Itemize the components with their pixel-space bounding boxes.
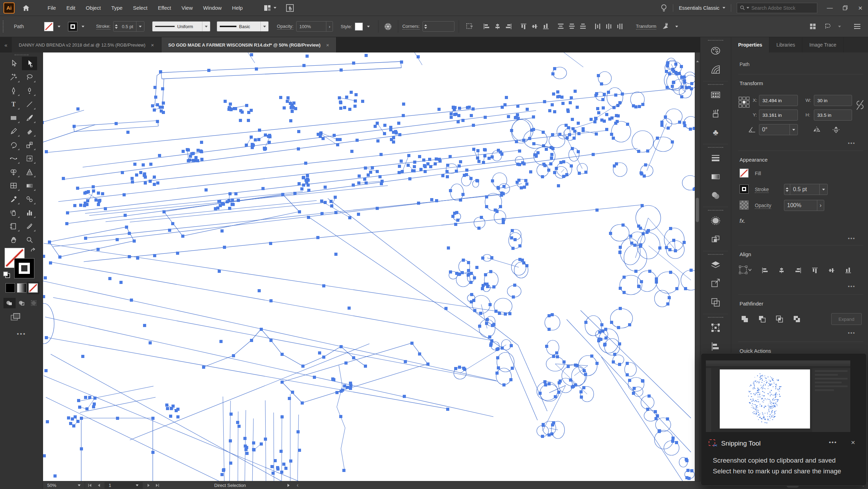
stroke-weight-label[interactable]: Stroke:: [96, 24, 110, 30]
vertical-scrollbar-thumb[interactable]: [696, 198, 699, 222]
curvature-tool[interactable]: [22, 84, 37, 97]
paintbrush-tool[interactable]: [22, 111, 37, 124]
stepper-icon[interactable]: [784, 184, 790, 195]
panel-grip[interactable]: [3, 21, 5, 32]
home-icon[interactable]: [22, 4, 30, 12]
rotation-select[interactable]: 0°: [759, 124, 798, 135]
brushes-icon[interactable]: [700, 104, 731, 123]
search-input[interactable]: [737, 3, 817, 13]
transform-link-label[interactable]: Transform: [636, 24, 657, 30]
stepper-icon[interactable]: [423, 22, 428, 31]
collapse-panel-icon[interactable]: «: [0, 37, 12, 52]
lasso-tool[interactable]: [22, 70, 37, 84]
eyedropper-tool[interactable]: [6, 192, 21, 206]
panel-grip[interactable]: [708, 147, 723, 148]
menu-select[interactable]: Select: [128, 0, 153, 16]
swap-fill-stroke-icon[interactable]: [30, 247, 37, 255]
corners-label[interactable]: Corners:: [402, 24, 420, 30]
align-top-button[interactable]: [810, 266, 819, 275]
tab-image-trace[interactable]: Image Trace: [802, 37, 844, 52]
tab-libraries[interactable]: Libraries: [769, 37, 802, 52]
status-expand-icon[interactable]: [284, 483, 293, 487]
width-tool[interactable]: [6, 152, 21, 165]
distribute-top-icon[interactable]: [556, 22, 565, 31]
type-tool[interactable]: T: [6, 97, 21, 111]
opacity-swatch[interactable]: [740, 201, 749, 210]
flip-horizontal-icon[interactable]: [812, 125, 821, 135]
more-tools-icon[interactable]: •••: [0, 331, 43, 337]
menu-help[interactable]: Help: [227, 0, 248, 16]
draw-normal-button[interactable]: [3, 298, 16, 308]
menu-view[interactable]: View: [176, 0, 198, 16]
align-right-icon[interactable]: [504, 22, 513, 31]
direct-selection-tool[interactable]: [22, 57, 37, 70]
reference-point-icon[interactable]: [737, 96, 751, 110]
distribute-center-v-icon[interactable]: [567, 22, 576, 31]
pathfinder-unite-button[interactable]: [740, 314, 750, 324]
hand-tool[interactable]: [6, 233, 21, 246]
chevron-right-icon[interactable]: ›: [817, 200, 824, 211]
stroke-swatch[interactable]: [68, 22, 77, 31]
screen-mode-icon[interactable]: [10, 312, 21, 323]
minimize-button[interactable]: —: [822, 0, 837, 16]
fill-swatch[interactable]: [44, 22, 53, 31]
align-left-button[interactable]: [760, 266, 769, 275]
opacity-label[interactable]: Opacity:: [277, 24, 294, 30]
chevron-down-icon[interactable]: [202, 22, 210, 31]
distribute-center-h-icon[interactable]: [604, 22, 614, 31]
first-artboard-icon[interactable]: [85, 483, 94, 487]
tab-close-icon[interactable]: ×: [326, 42, 329, 48]
align-center-h-button[interactable]: [777, 266, 786, 275]
align-center-h-icon[interactable]: [493, 22, 502, 31]
fx-button[interactable]: fx.: [740, 218, 745, 224]
distribute-bottom-icon[interactable]: [578, 22, 587, 31]
pathfinder-more-icon[interactable]: •••: [848, 330, 856, 336]
stroke-chevron-icon[interactable]: [78, 22, 87, 31]
fill-swatch[interactable]: [740, 169, 749, 178]
screenshot-preview[interactable]: [706, 360, 850, 432]
column-graph-tool[interactable]: [22, 206, 37, 219]
previous-artboard-icon[interactable]: [94, 483, 103, 487]
menu-effect[interactable]: Effect: [153, 0, 176, 16]
artboards-icon[interactable]: [700, 293, 731, 312]
align-bottom-button[interactable]: [844, 266, 853, 275]
tab-properties[interactable]: Properties: [731, 37, 769, 52]
toast-more-icon[interactable]: •••: [829, 439, 837, 446]
pencil-tool[interactable]: [6, 124, 21, 138]
stroke-swatch[interactable]: [740, 185, 749, 194]
align-center-v-icon[interactable]: [530, 22, 539, 31]
panel-grip[interactable]: [708, 84, 723, 85]
arrange-documents-icon[interactable]: [263, 4, 272, 12]
menu-edit[interactable]: Edit: [61, 0, 81, 16]
flip-vertical-icon[interactable]: [831, 125, 841, 135]
scroll-left-icon[interactable]: ‹: [293, 482, 302, 488]
swatches-icon[interactable]: [700, 85, 731, 104]
align-to-selection-icon[interactable]: [739, 265, 752, 276]
distribute-right-icon[interactable]: [616, 22, 625, 31]
pathfinder-exclude-button[interactable]: [792, 314, 802, 324]
free-transform-tool[interactable]: [22, 152, 37, 165]
chevron-down-icon[interactable]: [260, 22, 268, 31]
canvas-artwork[interactable]: [43, 52, 695, 481]
menu-object[interactable]: Object: [81, 0, 106, 16]
align-to-selection-icon[interactable]: [464, 22, 476, 31]
gradient-button[interactable]: [17, 283, 26, 293]
stroke-panel-icon[interactable]: [700, 148, 731, 167]
constrain-proportions-icon[interactable]: [856, 99, 865, 112]
menu-window[interactable]: Window: [198, 0, 227, 16]
next-artboard-icon[interactable]: [144, 483, 153, 487]
scale-tool[interactable]: [22, 138, 37, 152]
stepper-icon[interactable]: [114, 22, 119, 31]
color-button[interactable]: [6, 283, 15, 293]
chevron-down-icon[interactable]: [136, 22, 144, 31]
chevron-down-icon[interactable]: [274, 7, 276, 9]
artboard-tool[interactable]: [6, 219, 21, 233]
align-left-icon[interactable]: [482, 22, 491, 31]
tab-close-icon[interactable]: ×: [151, 42, 154, 48]
align-top-icon[interactable]: [519, 22, 528, 31]
shape-modes-icon[interactable]: [808, 22, 817, 31]
chevron-down-icon[interactable]: [672, 22, 681, 31]
layers-icon[interactable]: [700, 255, 731, 274]
width-profile-select[interactable]: Uniform: [152, 21, 210, 32]
panel-grip[interactable]: [708, 210, 723, 211]
